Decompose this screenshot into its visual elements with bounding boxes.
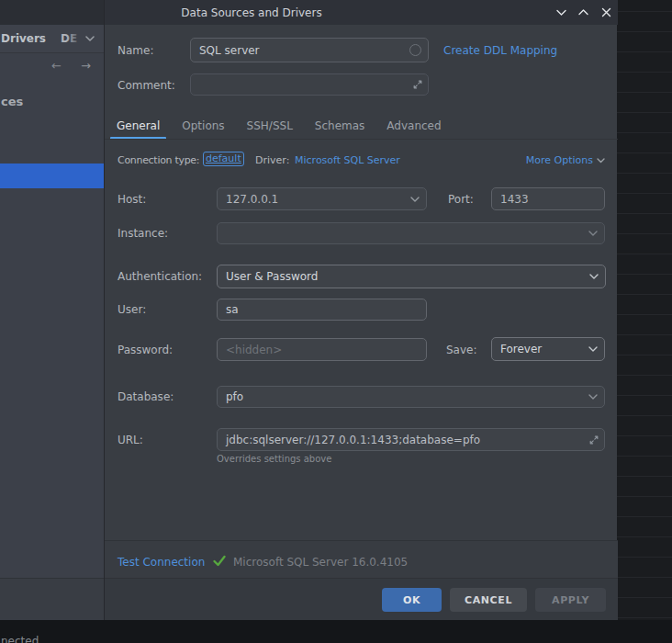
status-bar: nected: [0, 620, 672, 643]
connection-type-row: Connection type: default Driver: Microso…: [105, 147, 618, 171]
toolbar-project-label: Drivers: [1, 32, 46, 45]
back-arrow-icon[interactable]: ←: [51, 59, 62, 73]
forward-arrow-icon[interactable]: →: [81, 59, 91, 73]
tab-options[interactable]: Options: [175, 116, 230, 137]
comment-label: Comment:: [118, 79, 175, 92]
save-value: Forever: [500, 343, 542, 355]
expand-icon[interactable]: [412, 79, 423, 90]
status-text: nected: [1, 635, 39, 643]
window-minimize-icon[interactable]: [555, 6, 567, 18]
driver-label: Driver:: [255, 154, 289, 166]
port-input[interactable]: 1433: [491, 187, 605, 210]
tabs-separator: [105, 139, 618, 140]
success-check-icon: [212, 554, 227, 568]
driver-link[interactable]: Microsoft SQL Server: [295, 154, 400, 166]
cancel-button[interactable]: CANCEL: [450, 588, 527, 612]
password-label: Password:: [118, 344, 173, 356]
connection-type-label: Connection type:: [118, 154, 199, 166]
host-combobox[interactable]: 127.0.0.1: [217, 187, 427, 210]
port-value: 1433: [500, 193, 529, 206]
window-maximize-icon[interactable]: [577, 6, 589, 18]
instance-combobox[interactable]: [217, 222, 605, 244]
database-value: pfo: [226, 390, 243, 403]
ide-tree-panel: ces: [0, 81, 104, 578]
connection-type-value-link[interactable]: default: [203, 152, 244, 166]
ide-toolbar: Drivers DE: [0, 25, 104, 53]
expand-icon[interactable]: [588, 434, 599, 446]
password-placeholder: <hidden>: [226, 344, 282, 356]
more-options-link[interactable]: More Options: [526, 154, 605, 166]
chevron-down-icon[interactable]: [589, 274, 599, 279]
save-combobox[interactable]: Forever: [491, 337, 605, 361]
user-input[interactable]: sa: [217, 299, 427, 321]
dialog-footer: Test Connection Microsoft SQL Server 16.…: [105, 541, 618, 578]
create-ddl-mapping-link[interactable]: Create DDL Mapping: [443, 44, 557, 57]
dialog-data-sources: Data Sources and Drivers Name: SQL serve…: [104, 0, 617, 620]
url-label: URL:: [118, 434, 143, 446]
dialog-title-bar[interactable]: Data Sources and Drivers: [105, 0, 618, 25]
name-label: Name:: [118, 44, 153, 57]
test-connection-link[interactable]: Test Connection: [118, 556, 205, 569]
user-label: User:: [118, 303, 146, 316]
dialog-title: Data Sources and Drivers: [181, 6, 321, 19]
authentication-combobox[interactable]: User & Password: [217, 265, 606, 288]
chevron-down-icon[interactable]: [588, 346, 598, 352]
comment-input[interactable]: [190, 73, 429, 96]
url-note: Overrides settings above: [217, 454, 331, 464]
database-label: Database:: [118, 390, 174, 403]
url-input[interactable]: jdbc:sqlserver://127.0.0.1:1433;database…: [217, 428, 605, 451]
url-value: jdbc:sqlserver://127.0.0.1:1433;database…: [226, 434, 480, 446]
tab-advanced[interactable]: Advanced: [380, 116, 447, 137]
ide-bottom-panel: [0, 578, 104, 620]
name-input[interactable]: SQL server: [190, 38, 429, 62]
password-input[interactable]: <hidden>: [217, 338, 427, 361]
apply-button[interactable]: APPLY: [535, 588, 606, 612]
ok-button[interactable]: OK: [382, 588, 442, 612]
editor-background: [617, 0, 672, 643]
authentication-label: Authentication:: [118, 270, 202, 283]
loading-ring-icon: [409, 44, 421, 56]
chevron-down-icon[interactable]: [588, 231, 598, 236]
authentication-value: User & Password: [226, 270, 318, 283]
dialog-tabs: General Options SSH/SSL Schemas Advanced: [110, 116, 448, 137]
database-combobox[interactable]: pfo: [217, 386, 605, 408]
toolbar-fade: [66, 25, 84, 52]
chevron-down-icon[interactable]: [85, 36, 95, 41]
tab-general[interactable]: General: [110, 116, 166, 137]
chevron-down-icon: [597, 154, 605, 166]
port-label: Port:: [448, 193, 474, 206]
instance-label: Instance:: [118, 227, 168, 240]
window-close-icon[interactable]: [600, 6, 612, 18]
chevron-down-icon[interactable]: [588, 394, 598, 400]
user-value: sa: [226, 303, 239, 316]
dialog-button-bar: OK CANCEL APPLY: [105, 578, 618, 620]
tree-item-label[interactable]: ces: [1, 95, 23, 108]
tab-ssh-ssl[interactable]: SSH/SSL: [241, 116, 299, 137]
ide-nav-row: ← →: [0, 53, 104, 81]
host-label: Host:: [118, 193, 146, 206]
selected-tree-row[interactable]: [0, 164, 104, 188]
host-value: 127.0.0.1: [226, 193, 278, 206]
tab-schemas[interactable]: Schemas: [308, 116, 372, 137]
test-result-text: Microsoft SQL Server 16.0.4105: [233, 556, 408, 569]
name-value: SQL server: [199, 44, 260, 57]
save-label: Save:: [446, 344, 477, 356]
chevron-down-icon[interactable]: [410, 197, 420, 202]
